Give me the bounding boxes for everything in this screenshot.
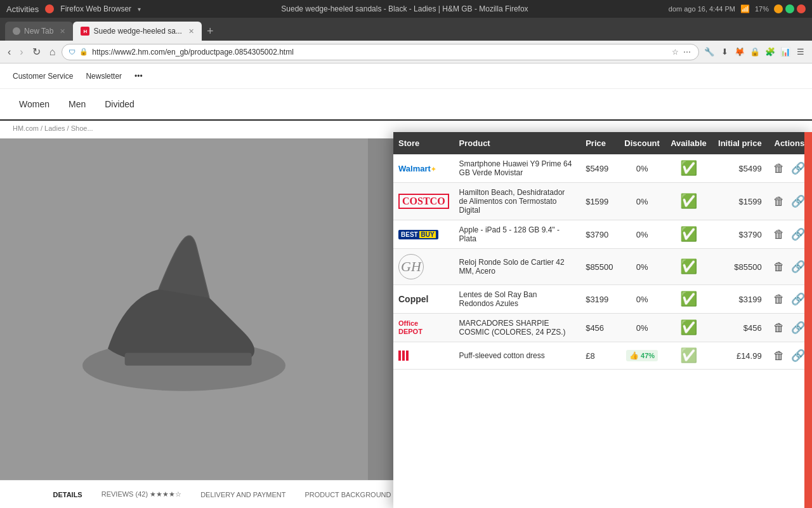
store-cell-officedepot: Office DEPOT [393,314,454,342]
product-cell-1: Smartphone Huawei Y9 Prime 64 GB Verde M… [454,154,581,183]
price-cell-7: £8 [580,342,619,370]
product-cell-6: MARCADORES SHARPIE COSMIC (COLORES, 24 P… [454,314,581,342]
avail-cell-3: ✅ [665,220,712,249]
reload-button[interactable]: ↻ [30,44,43,59]
initial-price-cell-5: $3199 [712,285,766,314]
addon-icon-4[interactable]: 📊 [779,46,792,58]
available-icon-4: ✅ [680,258,697,274]
discount-cell-6: 0% [619,314,665,342]
reader-btn[interactable]: ⋯ [682,46,692,58]
delete-btn-2[interactable]: 🗑 [772,194,786,210]
discount-cell-1: 0% [619,154,665,183]
initial-price-cell-7: £14.99 [712,342,766,370]
firefox-icon [45,4,54,13]
costco-logo: COSTCO [398,194,449,209]
coppel-logo: Coppel [398,294,428,304]
minimize-btn[interactable] [774,4,783,13]
discount-cell-7: 👍 47% [619,342,665,370]
red-accent-bar [804,132,812,508]
delete-btn-3[interactable]: 🗑 [772,227,786,243]
officedepot-logo: Office DEPOT [398,319,449,336]
hm-logo [398,351,449,361]
delete-btn-7[interactable]: 🗑 [772,348,786,364]
link-btn-6[interactable]: 🔗 [790,319,806,336]
tab-close-hm[interactable]: ✕ [188,27,194,36]
close-btn[interactable] [797,4,806,13]
site-bottom-tabs: DETAILS REVIEWS (42) ★★★★☆ DELIVERY AND … [0,480,444,508]
initial-price-cell-4: $85500 [712,249,766,285]
addon-icon-3[interactable]: 🧩 [764,46,776,58]
addon-icon-2[interactable]: 🔒 [749,46,761,58]
menu-button[interactable]: ☰ [794,46,807,58]
product-cell-4: Reloj Ronde Solo de Cartier 42 MM, Acero [454,249,581,285]
avail-cell-2: ✅ [665,183,712,220]
tab-reviews[interactable]: REVIEWS (42) ★★★★☆ [102,490,181,498]
newsletter-link[interactable]: Newsletter [86,72,122,81]
col-price: Price [580,132,619,154]
tab-bar: New Tab ✕ H Suede wedge-heeled sa... ✕ + [0,18,812,41]
delete-btn-5[interactable]: 🗑 [772,291,786,307]
tab-details[interactable]: DETAILS [53,491,82,498]
price-cell-5: $3199 [580,285,619,314]
link-btn-5[interactable]: 🔗 [790,291,806,307]
tab-delivery[interactable]: DELIVERY AND PAYMENT [200,491,285,498]
window-controls [774,4,806,13]
nav-men[interactable]: Men [69,99,86,109]
discount-badge-7: 👍 47% [626,350,658,361]
tab-label-newtab: New Tab [24,27,53,36]
nav-divided[interactable]: Divided [105,99,134,109]
delete-btn-6[interactable]: 🗑 [772,320,786,336]
link-btn-1[interactable]: 🔗 [790,160,806,177]
tab-hm[interactable]: H Suede wedge-heeled sa... ✕ [73,22,201,41]
activities-label[interactable]: Activities [6,4,39,14]
forward-button[interactable]: › [17,45,25,59]
title-bar-arrow[interactable]: ▾ [138,6,141,13]
product-image-area [0,138,368,508]
browser-label: Firefox Web Browser [60,4,131,13]
col-store: Store [393,132,454,154]
price-comparison-panel: Store Product Price Discount Available I… [393,132,812,508]
price-table: Store Product Price Discount Available I… [393,132,812,370]
customer-service-link[interactable]: Customer Service [13,72,73,81]
home-button[interactable]: ⌂ [47,45,58,59]
maximize-btn[interactable] [785,4,794,13]
discount-cell-4: 0% [619,249,665,285]
link-btn-4[interactable]: 🔗 [790,258,806,275]
table-row: Puff-sleeved cotton dress £8 👍 47% ✅ £14… [393,342,812,370]
link-btn-2[interactable]: 🔗 [790,193,806,210]
tab-close-newtab[interactable]: ✕ [60,27,65,36]
discount-cell-2: 0% [619,183,665,220]
link-btn-3[interactable]: 🔗 [790,226,806,243]
col-discount: Discount [619,132,665,154]
window-title: Suede wedge-heeled sandals - Black - Lad… [281,4,528,13]
bookmark-btn[interactable]: ☆ [671,46,680,58]
lock-icon: 🔒 [79,48,88,56]
extensions-icon[interactable]: 🔧 [703,46,716,58]
table-row: Office DEPOT MARCADORES SHARPIE COSMIC (… [393,314,812,342]
new-tab-button[interactable]: + [202,22,219,41]
initial-price-cell-3: $3790 [712,220,766,249]
link-btn-7[interactable]: 🔗 [790,347,806,364]
tab-newtab[interactable]: New Tab ✕ [5,22,73,41]
initial-price-cell-6: $456 [712,314,766,342]
address-field[interactable]: 🛡 🔒 https://www2.hm.com/en_gb/productpag… [62,44,699,60]
svg-rect-1 [125,353,252,366]
back-button[interactable]: ‹ [5,45,13,59]
price-cell-4: $85500 [580,249,619,285]
more-options[interactable]: ••• [134,72,143,81]
available-icon-2: ✅ [680,193,697,209]
table-row: GH Reloj Ronde Solo de Cartier 42 MM, Ac… [393,249,812,285]
avail-cell-1: ✅ [665,154,712,183]
address-bar: ‹ › ↻ ⌂ 🛡 🔒 https://www2.hm.com/en_gb/pr… [0,41,812,64]
available-icon-6: ✅ [680,319,697,335]
delete-btn-1[interactable]: 🗑 [772,161,786,177]
nav-women[interactable]: Women [19,99,49,109]
store-cell-coppel: Coppel [393,285,454,314]
available-icon-5: ✅ [680,291,697,307]
col-initial-price: Initial price [712,132,766,154]
tab-background[interactable]: PRODUCT BACKGROUND [304,491,391,498]
download-icon[interactable]: ⬇ [718,46,731,58]
addon-icon-1[interactable]: 🦊 [733,46,746,58]
available-icon-3: ✅ [680,226,697,242]
delete-btn-4[interactable]: 🗑 [772,259,786,275]
